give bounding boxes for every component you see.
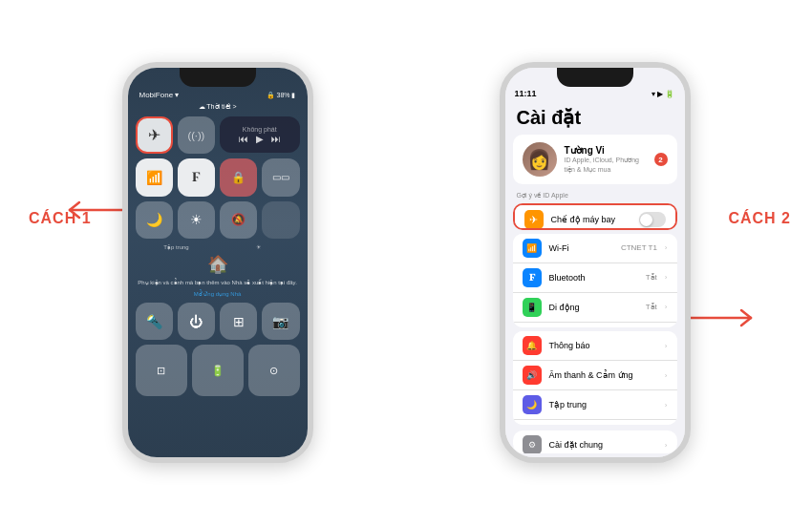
- media-controls: ⏮▶⏭: [239, 134, 281, 144]
- airplane-label: Chế độ máy bay: [551, 215, 631, 224]
- timer-btn[interactable]: ⏻: [178, 303, 215, 340]
- bluetooth-chevron: ›: [665, 273, 668, 282]
- mobile-icon: 📱: [523, 298, 542, 317]
- profile-info: Tường Vi ID Apple, iCloud, Phương tiện &…: [565, 145, 647, 173]
- wifi-chevron: ›: [665, 243, 668, 252]
- taptrunglabel: Tập trung: [138, 243, 216, 250]
- wifi-row[interactable]: 📶 Wi-Fi CTNET T1 ›: [513, 234, 677, 263]
- sound-icon: 🔊: [523, 366, 542, 385]
- left-notch: [180, 68, 256, 87]
- general-icon: ⚙: [523, 435, 542, 453]
- mobile-value: Tắt: [646, 303, 657, 311]
- general-chevron: ›: [665, 441, 668, 450]
- section2: 🔔 Thông báo › 🔊 Âm thanh & Cảm ứng › 🌙 T…: [513, 331, 677, 425]
- arrow-left: [60, 191, 127, 229]
- qr-btn[interactable]: ⊡: [136, 345, 187, 396]
- mobile-chevron: ›: [665, 303, 668, 311]
- cc-row3: 🌙 ☀ 🔕: [136, 201, 300, 239]
- settings-title: Cài đặt: [505, 102, 685, 135]
- arrow-right: [686, 299, 758, 337]
- airplane-icon: ✈: [524, 210, 544, 229]
- suggestion-label: Gợi ý về ID Apple: [505, 190, 685, 203]
- cach2-label: CÁCH 2: [728, 210, 791, 227]
- bluetooth-btn[interactable]: 𝟊: [178, 158, 215, 196]
- wifi-row-icon: 📶: [523, 239, 542, 258]
- screen-time-row[interactable]: ⊞ Thời gian sử dụng ›: [513, 420, 677, 425]
- silent-btn[interactable]: 🔕: [220, 201, 257, 239]
- right-phone-wrapper: 11:11 ▾ ▶ 🔋 Cài đặt 👩 Tường Vi ID Apple,…: [500, 62, 691, 463]
- cellular-btn[interactable]: ((·)): [178, 116, 215, 154]
- cc-labels-row: Tập trung ☀: [136, 243, 300, 250]
- airplane-btn[interactable]: ✈: [136, 116, 173, 154]
- settings-screen: 11:11 ▾ ▶ 🔋 Cài đặt 👩 Tường Vi ID Apple,…: [505, 68, 685, 457]
- record-btn[interactable]: ⊙: [248, 345, 300, 396]
- general-row[interactable]: ⚙ Cài đặt chung ›: [513, 430, 677, 453]
- notification-icon: 🔔: [523, 336, 542, 355]
- profile-avatar: 👩: [523, 142, 557, 177]
- hotspot-row[interactable]: 🔗 Điểm truy cập cá nhân Tắt ›: [513, 323, 677, 327]
- mirror-btn[interactable]: ▭▭: [262, 158, 299, 196]
- left-phone-wrapper: MobiFone ▾ 🔒 38% ▮ ☁ Thời tiết > ✈ ((·))…: [122, 62, 313, 463]
- lock-btn[interactable]: 🔒: [220, 158, 257, 196]
- wifi-btn[interactable]: 📶: [136, 158, 173, 196]
- airplane-toggle[interactable]: [639, 212, 666, 227]
- notification-chevron: ›: [665, 342, 668, 350]
- focus-label: Tập trung: [549, 400, 657, 410]
- section3: ⚙ Cài đặt chung ›: [513, 430, 677, 453]
- left-phone: MobiFone ▾ 🔒 38% ▮ ☁ Thời tiết > ✈ ((·))…: [122, 62, 313, 463]
- sound-chevron: ›: [665, 371, 668, 380]
- flashlight-btn[interactable]: 🔦: [136, 303, 173, 340]
- bluetooth-row-icon: 𝟊: [523, 268, 542, 287]
- mobile-row[interactable]: 📱 Di động Tắt ›: [513, 293, 677, 323]
- profile-name: Tường Vi: [565, 145, 647, 156]
- status-right: 🔒 38% ▮: [267, 92, 296, 99]
- right-notch: [557, 68, 633, 87]
- focus-btn[interactable]: 🌙: [136, 201, 173, 239]
- settings-time: 11:11: [515, 89, 537, 98]
- cc-top-bar: MobiFone ▾ 🔒 38% ▮: [136, 91, 300, 99]
- no-play-label: Không phát: [243, 126, 277, 133]
- notification-row[interactable]: 🔔 Thông báo ›: [513, 331, 677, 361]
- general-label: Cài đặt chung: [549, 440, 657, 450]
- airplane-section: ✈ Chế độ máy bay: [513, 203, 677, 230]
- right-phone: 11:11 ▾ ▶ 🔋 Cài đặt 👩 Tường Vi ID Apple,…: [500, 62, 691, 463]
- bluetooth-row-label: Bluetooth: [549, 273, 638, 283]
- cc-bottom-row: 🔦 ⏻ ⊞ 📷: [136, 303, 300, 340]
- focus-row[interactable]: 🌙 Tập trung ›: [513, 390, 677, 420]
- profile-section[interactable]: 👩 Tường Vi ID Apple, iCloud, Phương tiện…: [513, 135, 677, 184]
- media-btn[interactable]: Không phát ⏮▶⏭: [220, 116, 300, 153]
- bluetooth-value: Tắt: [646, 273, 657, 282]
- mobile-label: Di động: [549, 303, 638, 312]
- camera-btn[interactable]: 📷: [262, 303, 299, 340]
- wifi-value: CTNET T1: [621, 243, 657, 252]
- profile-badge: 2: [654, 153, 668, 166]
- home-icon-row: 🏠: [136, 254, 300, 275]
- battery-btn[interactable]: 🔋: [192, 345, 244, 396]
- network-section: 📶 Wi-Fi CTNET T1 › 𝟊 Bluetooth Tắt › 📱 D…: [513, 234, 677, 327]
- brightness-btn[interactable]: ☀: [178, 201, 215, 239]
- wifi-row-label: Wi-Fi: [549, 243, 613, 253]
- notification-label: Thông báo: [549, 341, 657, 350]
- profile-sub: ID Apple, iCloud, Phương tiện & Mục mua: [565, 156, 647, 173]
- bluetooth-row[interactable]: 𝟊 Bluetooth Tắt ›: [513, 263, 677, 293]
- home-link[interactable]: Mở ứng dụng Nhà: [136, 290, 300, 297]
- settings-status: ▾ ▶ 🔋: [652, 90, 674, 98]
- home-text: Phụ kiện và cảnh mà bạn thêm vào Nhà sẽ …: [136, 279, 300, 286]
- focus-chevron: ›: [665, 401, 668, 410]
- settings-topbar: 11:11 ▾ ▶ 🔋: [505, 89, 685, 98]
- focus-icon: 🌙: [523, 395, 542, 414]
- carrier-label: MobiFone ▾: [139, 91, 180, 99]
- extra-btn[interactable]: [262, 201, 299, 239]
- sound-row[interactable]: 🔊 Âm thanh & Cảm ứng ›: [513, 361, 677, 390]
- cc-row2: 📶 𝟊 🔒 ▭▭: [136, 158, 300, 196]
- cc-title-bar: ☁ Thời tiết >: [136, 103, 300, 111]
- calculator-btn[interactable]: ⊞: [220, 303, 257, 340]
- airplane-row[interactable]: ✈ Chế độ máy bay: [515, 205, 675, 230]
- main-container: CÁCH 1 MobiFone ▾ 🔒 38% ▮ ☁ Thời tiết >: [0, 0, 812, 525]
- brightlabel: ☀: [220, 243, 298, 250]
- control-center: MobiFone ▾ 🔒 38% ▮ ☁ Thời tiết > ✈ ((·))…: [128, 68, 308, 457]
- sound-label: Âm thanh & Cảm ứng: [549, 370, 657, 380]
- cc-last-row: ⊡ 🔋 ⊙: [136, 345, 300, 396]
- cc-row1: ✈ ((·)) Không phát ⏮▶⏭: [136, 116, 300, 154]
